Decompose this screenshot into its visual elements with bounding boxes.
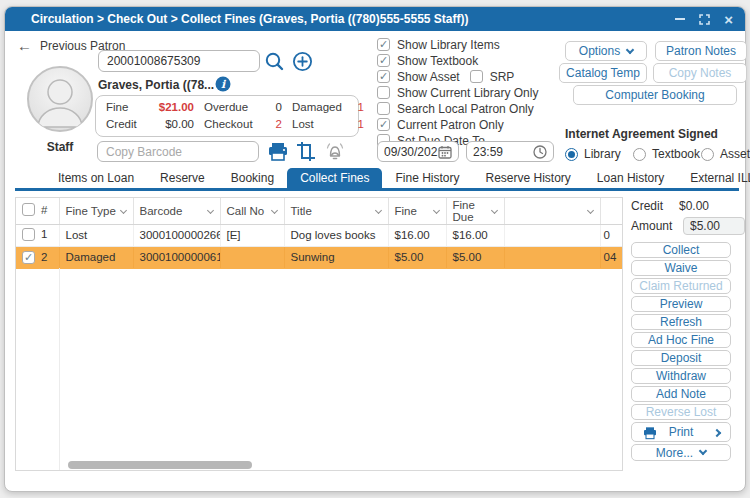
patron-notes-button[interactable]: Patron Notes [655, 41, 747, 61]
fines-action-panel: Credit $0.00 Amount Collect Waive Claim … [631, 198, 745, 463]
cell-barcode: 30001000000612 [133, 246, 220, 268]
select-all-checkbox[interactable] [22, 203, 35, 216]
patron-barcode-field-wrap [98, 50, 260, 72]
options-button[interactable]: Options [565, 41, 647, 61]
alerts-button[interactable] [322, 140, 348, 162]
amount-row: Amount [631, 216, 745, 236]
print-receipt-button[interactable] [267, 141, 289, 162]
cell-fine-type: Lost [59, 224, 133, 246]
crop-frame-icon [296, 141, 316, 162]
column-header-fine-type[interactable]: Fine Type [59, 198, 133, 224]
claim-returned-button[interactable]: Claim Returned [631, 278, 731, 294]
column-header-call-no[interactable]: Call No [220, 198, 284, 224]
tab-items-on-loan[interactable]: Items on Loan [45, 168, 147, 188]
add-patron-button[interactable] [292, 51, 313, 72]
patron-name: Graves, Portia ((78... [98, 78, 214, 92]
cell-barcode: 30001000002665 [133, 224, 220, 246]
checkbox-current-patron-only[interactable]: ✓ Current Patron Only [377, 118, 504, 132]
radio-library[interactable]: Library [565, 147, 621, 161]
column-header-title[interactable]: Title [284, 198, 388, 224]
window-content: ← Previous Patron [5, 31, 745, 491]
checkbox-show-textbook[interactable]: ✓ Show Textbook [377, 54, 478, 68]
column-header-blank[interactable] [504, 198, 600, 224]
frame-crop-button[interactable] [296, 141, 316, 162]
copy-barcode-input[interactable] [97, 141, 259, 162]
sort-chevron-icon [374, 207, 381, 214]
reverse-lost-button[interactable]: Reverse Lost [631, 404, 731, 420]
chevron-right-icon [713, 429, 721, 437]
row-checkbox[interactable] [22, 228, 35, 241]
printer-icon [267, 141, 289, 162]
amount-input[interactable] [683, 217, 745, 235]
patron-info-button[interactable]: i [215, 76, 231, 92]
tab-external-ill[interactable]: External ILL [677, 168, 750, 188]
chevron-down-icon [626, 45, 634, 53]
ad-hoc-fine-button[interactable]: Ad Hoc Fine [631, 332, 731, 348]
patron-barcode-input[interactable] [98, 50, 260, 72]
computer-booking-button[interactable]: Computer Booking [573, 85, 737, 105]
radio-asset[interactable]: Asset [701, 147, 750, 161]
tab-booking[interactable]: Booking [218, 168, 287, 188]
tab-collect-fines[interactable]: Collect Fines [287, 168, 382, 188]
deposit-button[interactable]: Deposit [631, 350, 731, 366]
circulation-window: Circulation > Check Out > Collect Fines … [4, 6, 746, 492]
catalog-temp-button[interactable]: Catalog Temp [559, 63, 647, 83]
cell-fine: $5.00 [388, 246, 446, 268]
checkbox-mark: ✓ [377, 38, 390, 51]
back-arrow-icon: ← [17, 37, 32, 54]
checkbox-mark: ✓ [377, 54, 390, 67]
stat-overdue: Overdue 0 [204, 101, 292, 115]
tab-reserve-history[interactable]: Reserve History [473, 168, 584, 188]
add-note-button[interactable]: Add Note [631, 386, 731, 402]
clock-icon [533, 145, 547, 159]
print-button[interactable]: Print [631, 422, 731, 442]
checkbox-show-current-library-only[interactable]: Show Current Library Only [377, 86, 538, 100]
withdraw-button[interactable]: Withdraw [631, 368, 731, 384]
person-icon [26, 65, 94, 133]
more-button[interactable]: More... [631, 444, 731, 461]
column-header-barcode[interactable]: Barcode [133, 198, 220, 224]
select-all-header[interactable]: # [16, 198, 59, 224]
window-title: Circulation > Check Out > Collect Fines … [31, 12, 468, 26]
minimize-button[interactable] [675, 18, 685, 20]
preview-button[interactable]: Preview [631, 296, 731, 312]
row-checkbox[interactable]: ✓ [22, 251, 35, 264]
tab-bar: Items on Loan Reserve Booking Collect Fi… [15, 168, 739, 191]
table-row[interactable]: 1 Lost 30001000002665 [E] Dog loves book… [16, 224, 623, 246]
radio-dot [565, 148, 578, 161]
refresh-button[interactable]: Refresh [631, 314, 731, 330]
cell-fine-due: $5.00 [446, 246, 504, 268]
checkbox-show-library-items[interactable]: ✓ Show Library Items [377, 38, 500, 52]
checkout-count: 2 [276, 118, 282, 132]
search-patron-button[interactable] [264, 51, 285, 72]
tab-fine-history[interactable]: Fine History [382, 168, 472, 188]
tab-reserve[interactable]: Reserve [147, 168, 218, 188]
sort-chevron-icon [586, 207, 593, 214]
restore-button[interactable] [699, 14, 710, 25]
tab-loan-history[interactable]: Loan History [584, 168, 677, 188]
checkbox-srp[interactable]: SRP [470, 70, 515, 84]
radio-textbook[interactable]: Textbook [633, 147, 700, 161]
search-icon [264, 51, 285, 72]
checkbox-search-local-patron-only[interactable]: Search Local Patron Only [377, 102, 534, 116]
due-date-input[interactable] [384, 145, 438, 159]
waive-button[interactable]: Waive [631, 260, 731, 276]
copy-notes-button[interactable]: Copy Notes [653, 63, 747, 83]
column-header-clipped[interactable] [600, 198, 623, 224]
checkbox-show-asset[interactable]: ✓ Show Asset [377, 70, 460, 84]
collect-button[interactable]: Collect [631, 242, 731, 258]
sort-chevron-icon [432, 207, 439, 214]
due-time-input[interactable] [473, 145, 533, 159]
column-header-fine[interactable]: Fine [388, 198, 446, 224]
column-header-fine-due[interactable]: Fine Due [446, 198, 504, 224]
close-button[interactable]: × [724, 12, 733, 27]
patron-avatar: Staff [25, 65, 95, 154]
due-time-field[interactable] [466, 141, 554, 162]
due-date-field[interactable] [377, 141, 459, 162]
cell-date-clipped: 04 [600, 246, 623, 268]
staff-badge: Staff [25, 140, 95, 154]
patron-stats-box: Fine $21.00 Overdue 0 Damaged 1 Credit $… [95, 95, 359, 137]
horizontal-scrollbar[interactable] [68, 461, 252, 469]
table-row[interactable]: ✓2 Damaged 30001000000612 Sunwing $5.00 … [16, 246, 623, 268]
fines-table-container: # Fine Type Barcode Call No Title Fine F… [15, 197, 623, 471]
